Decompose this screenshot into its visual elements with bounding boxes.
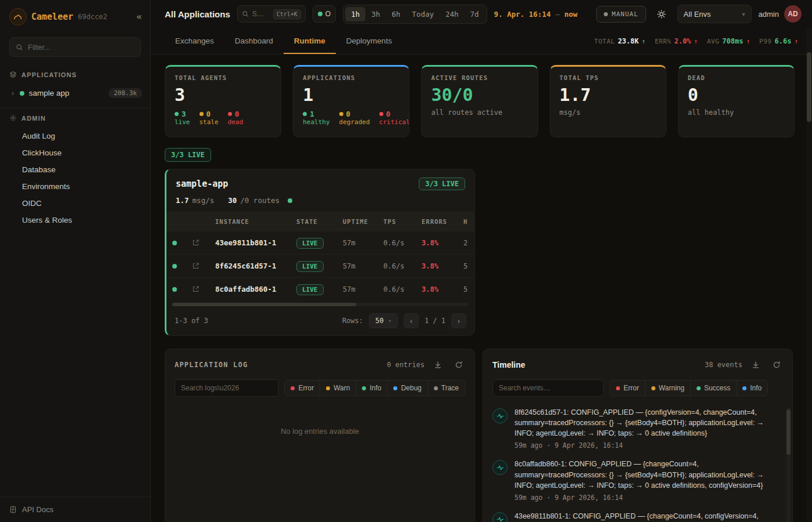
uptime-value: 57m: [343, 285, 383, 293]
timeline-scrollbar[interactable]: [786, 407, 791, 522]
instance-id[interactable]: 8f6245c61d57-1: [215, 262, 296, 270]
user-menu[interactable]: admin AD: [759, 5, 802, 23]
page-scrollbar[interactable]: [806, 28, 812, 522]
card-value: 1: [303, 85, 400, 105]
refresh-icon[interactable]: [451, 357, 466, 372]
timeline-search-input[interactable]: [492, 379, 604, 397]
env-select-value: All Envs: [684, 10, 711, 19]
time-range-selector: 1h 3h 6h Today 24h 7d: [343, 5, 487, 24]
rows-per-page-select[interactable]: 50 ▾: [369, 313, 398, 328]
sidebar-item-environments[interactable]: Environments: [0, 178, 150, 195]
sidebar-filter-box[interactable]: [9, 37, 141, 57]
card-subtitle: all healthy: [688, 108, 785, 117]
filter-warning[interactable]: Warning: [645, 380, 691, 396]
theme-toggle-button[interactable]: [653, 5, 670, 23]
applications-section-header: APPLICATIONS: [0, 65, 150, 84]
stat-errpct: ERR% 2.0% ↑: [655, 37, 698, 45]
sidebar: Cameleer 69dcce2 « APPLICATIONS › sample…: [0, 0, 151, 522]
topbar-right-group: MANUAL All Envs ▾ admin AD: [596, 5, 802, 23]
external-link-icon[interactable]: [192, 262, 215, 270]
col-uptime: UPTIME: [343, 218, 383, 225]
next-page-button[interactable]: ›: [451, 313, 466, 328]
tps-value: 0.6/s: [383, 285, 422, 293]
tab-runtime[interactable]: Runtime: [284, 28, 336, 54]
extra-value: 5: [463, 262, 474, 270]
tab-exchanges[interactable]: Exchanges: [165, 28, 224, 54]
stat-cards-row: TOTAL AGENTS 3 3live 0stale 0dead APPLIC…: [165, 65, 795, 137]
horizontal-scrollbar-thumb[interactable]: [172, 303, 356, 306]
substat-degraded: 0degraded: [339, 110, 370, 126]
page-scrollbar-thumb[interactable]: [807, 52, 811, 122]
substat-stale: 0stale: [200, 110, 219, 126]
filter-info[interactable]: Info: [736, 380, 768, 396]
time-range-3h[interactable]: 3h: [365, 7, 386, 21]
time-range-7d[interactable]: 7d: [465, 7, 485, 21]
card-total-tps: TOTAL TPS 1.7 msg/s: [550, 65, 666, 137]
col-instance: INSTANCE: [215, 218, 296, 225]
sidebar-item-sample-app[interactable]: › sample app 208.3k: [0, 84, 150, 102]
range-end: now: [564, 10, 578, 19]
manual-refresh-button[interactable]: MANUAL: [596, 6, 646, 23]
sidebar-item-audit-log[interactable]: Audit Log: [0, 128, 150, 144]
stat-p99-label: P99: [759, 38, 771, 45]
timeline-event[interactable]: 8c0affadb860-1: CONFIG_APPLIED — {change…: [492, 459, 781, 501]
manual-status-dot: [604, 12, 608, 16]
card-title: TOTAL TPS: [560, 74, 657, 81]
filter-debug[interactable]: Debug: [387, 380, 427, 396]
timeline-scrollbar-thumb[interactable]: [786, 409, 791, 455]
tab-dashboard[interactable]: Dashboard: [224, 28, 284, 54]
external-link-icon[interactable]: [192, 239, 215, 246]
gear-icon: [9, 114, 17, 122]
instance-status-dot: [172, 241, 177, 245]
api-docs-link[interactable]: API Docs: [0, 496, 150, 522]
download-icon[interactable]: [430, 357, 445, 372]
stat-errpct-value: 2.0%: [674, 37, 691, 45]
environment-select[interactable]: All Envs ▾: [677, 5, 752, 23]
card-value: 3: [175, 85, 271, 105]
time-range-24h[interactable]: 24h: [440, 7, 465, 21]
avatar[interactable]: AD: [784, 5, 802, 23]
card-applications: APPLICATIONS 1 1healthy 0degraded 0criti…: [293, 65, 409, 137]
date-range-display[interactable]: 9. Apr. 16:14 — now: [494, 10, 578, 19]
sidebar-collapse-button[interactable]: «: [136, 12, 142, 21]
time-range-1h[interactable]: 1h: [345, 7, 365, 21]
filter-trace[interactable]: Trace: [427, 380, 465, 396]
table-row[interactable]: 8c0affadb860-1 LIVE 57m 0.6/s 3.8% 5: [166, 277, 474, 300]
rows-range-label: 1-3 of 3: [175, 317, 208, 325]
filter-success[interactable]: Success: [690, 380, 737, 396]
global-search-box[interactable]: S… Ctrl+K: [237, 5, 306, 23]
timeline-event[interactable]: 8f6245c61d57-1: CONFIG_APPLIED — {config…: [492, 407, 781, 449]
filter-error[interactable]: Error: [610, 380, 646, 396]
log-search-input[interactable]: [175, 379, 278, 397]
card-value: 30/0: [431, 85, 528, 105]
manual-button-label: MANUAL: [612, 10, 639, 18]
horizontal-scrollbar[interactable]: [172, 303, 469, 306]
online-status-chip[interactable]: O: [313, 5, 336, 23]
api-docs-label: API Docs: [22, 505, 53, 514]
filter-error[interactable]: Error: [284, 380, 320, 396]
prev-page-button[interactable]: ‹: [404, 313, 419, 328]
tab-deployments[interactable]: Deployments: [336, 28, 403, 54]
instance-id[interactable]: 43ee9811b801-1: [215, 238, 296, 247]
refresh-icon[interactable]: [769, 357, 784, 372]
instance-id[interactable]: 8c0affadb860-1: [215, 285, 296, 293]
sidebar-item-clickhouse[interactable]: ClickHouse: [0, 144, 150, 161]
sidebar-item-users-roles[interactable]: Users & Roles: [0, 212, 150, 229]
external-link-icon[interactable]: [192, 285, 215, 293]
topbar: All Applications S… Ctrl+K O 1h 3h 6h To…: [151, 0, 812, 28]
expand-chevron-icon[interactable]: ›: [10, 89, 15, 97]
filter-warn[interactable]: Warn: [320, 380, 356, 396]
download-icon[interactable]: [748, 357, 763, 372]
sidebar-item-oidc[interactable]: OIDC: [0, 195, 150, 212]
table-row[interactable]: 8f6245c61d57-1 LIVE 57m 0.6/s 3.8% 5: [166, 254, 474, 277]
sidebar-item-database[interactable]: Database: [0, 161, 150, 178]
instances-table: INSTANCE STATE UPTIME TPS ERRORS H 43ee9…: [166, 212, 474, 307]
table-row[interactable]: 43ee9811b801-1 LIVE 57m 0.6/s 3.8% 2: [166, 231, 474, 254]
filter-input[interactable]: [28, 43, 135, 52]
stat-p99-value: 6.6s: [774, 37, 791, 45]
time-range-6h[interactable]: 6h: [386, 7, 406, 21]
time-range-today[interactable]: Today: [406, 7, 440, 21]
timeline-event[interactable]: 43ee9811b801-1: CONFIG_APPLIED — {change…: [492, 511, 781, 522]
filter-info[interactable]: Info: [356, 380, 387, 396]
timeline-events-list: 8f6245c61d57-1: CONFIG_APPLIED — {config…: [483, 404, 792, 522]
